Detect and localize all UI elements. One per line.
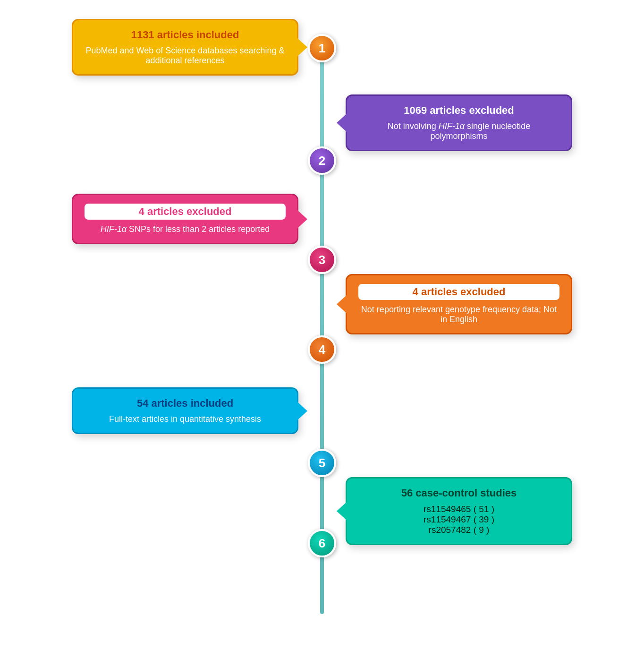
timeline-line bbox=[320, 38, 324, 614]
step-5-title: 54 articles included bbox=[85, 397, 286, 410]
step-6-box: 56 case-control studies rs11549465 ( 51 … bbox=[346, 477, 572, 545]
step-2-circle: 2 bbox=[308, 146, 336, 175]
step-1-content: PubMed and Web of Science databases sear… bbox=[85, 46, 286, 66]
step-1-title: 1131 articles included bbox=[85, 29, 286, 41]
step-2-title: 1069 articles excluded bbox=[358, 104, 559, 117]
step-3-box: 4 articles excluded HIF-1α SNPs for less… bbox=[72, 194, 298, 244]
step-3-title: 4 articles excluded bbox=[85, 204, 286, 220]
step-4-content: Not reporting relevant genotype frequenc… bbox=[358, 305, 559, 325]
step-6-title: 56 case-control studies bbox=[358, 487, 559, 499]
step-5-box: 54 articles included Full-text articles … bbox=[72, 387, 298, 434]
step-2-box: 1069 articles excluded Not involving HIF… bbox=[346, 94, 572, 151]
step-4-circle: 4 bbox=[308, 335, 336, 364]
step-1-circle: 1 bbox=[308, 34, 336, 62]
step-6-content: rs11549465 ( 51 ) rs11549467 ( 39 ) rs20… bbox=[358, 504, 559, 535]
step-5-content: Full-text articles in quantitative synth… bbox=[85, 414, 286, 424]
step-3-circle: 3 bbox=[308, 246, 336, 274]
step-1-box: 1131 articles included PubMed and Web of… bbox=[72, 19, 298, 76]
step-2-content: Not involving HIF-1α single nucleotide p… bbox=[358, 121, 559, 141]
step-6-circle: 6 bbox=[308, 529, 336, 557]
step-5-circle: 5 bbox=[308, 449, 336, 477]
step-4-title: 4 articles excluded bbox=[358, 284, 559, 300]
flowchart: 1131 articles included PubMed and Web of… bbox=[62, 9, 582, 642]
step-4-box: 4 articles excluded Not reporting releva… bbox=[346, 274, 572, 334]
step-3-content: HIF-1α SNPs for less than 2 articles rep… bbox=[85, 224, 286, 234]
